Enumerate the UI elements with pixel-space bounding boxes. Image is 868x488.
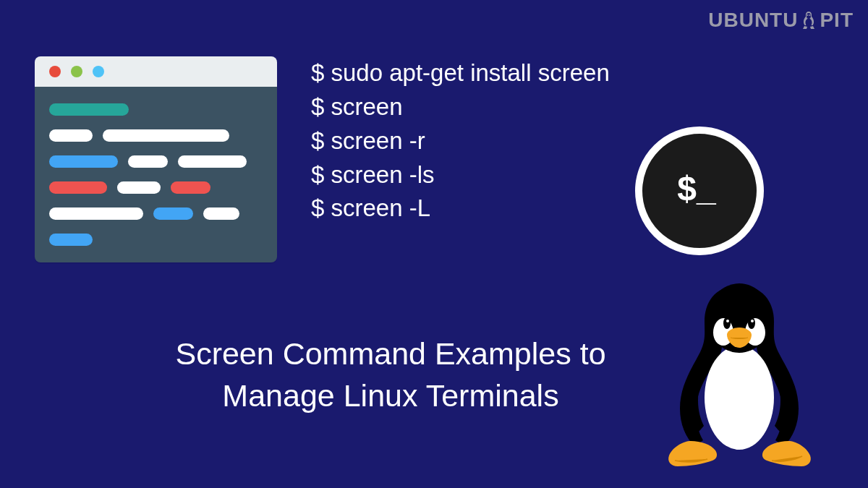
watermark-logo: UBUNTU PIT [708, 9, 854, 32]
watermark-right: PIT [820, 9, 854, 32]
svg-point-6 [748, 317, 755, 329]
banner-title: Screen Command Examples to Manage Linux … [127, 333, 655, 416]
shell-prompt-text: $_ [677, 168, 715, 208]
code-line [49, 207, 263, 220]
svg-point-5 [723, 317, 731, 329]
title-line-2: Manage Linux Terminals [127, 374, 655, 416]
shell-prompt-icon: $_ [635, 127, 764, 255]
svg-point-0 [807, 13, 811, 19]
window-dot-green [71, 66, 82, 77]
window-dot-blue [93, 66, 104, 77]
tux-penguin-icon [655, 278, 825, 474]
svg-point-8 [751, 320, 754, 322]
window-dot-red [49, 66, 61, 77]
code-line [49, 155, 263, 168]
penguin-icon-small [800, 10, 817, 30]
title-line-1: Screen Command Examples to [127, 333, 655, 374]
terminal-window-illustration [35, 56, 277, 262]
code-line [49, 129, 263, 142]
terminal-body [35, 87, 277, 262]
watermark-left: UBUNTU [708, 9, 798, 32]
command-line: $ screen [311, 90, 610, 124]
svg-point-3 [705, 346, 774, 450]
code-line [49, 103, 263, 116]
command-line: $ screen -ls [311, 158, 610, 192]
code-line [49, 233, 263, 246]
command-line: $ screen -L [311, 192, 610, 226]
terminal-titlebar [35, 56, 277, 87]
command-line: $ screen -r [311, 124, 610, 158]
command-line: $ sudo apt-get install screen [311, 56, 610, 90]
svg-point-7 [726, 320, 729, 322]
command-list: $ sudo apt-get install screen $ screen $… [311, 56, 610, 226]
code-line [49, 181, 263, 194]
svg-point-2 [809, 14, 811, 16]
svg-point-1 [807, 14, 809, 16]
